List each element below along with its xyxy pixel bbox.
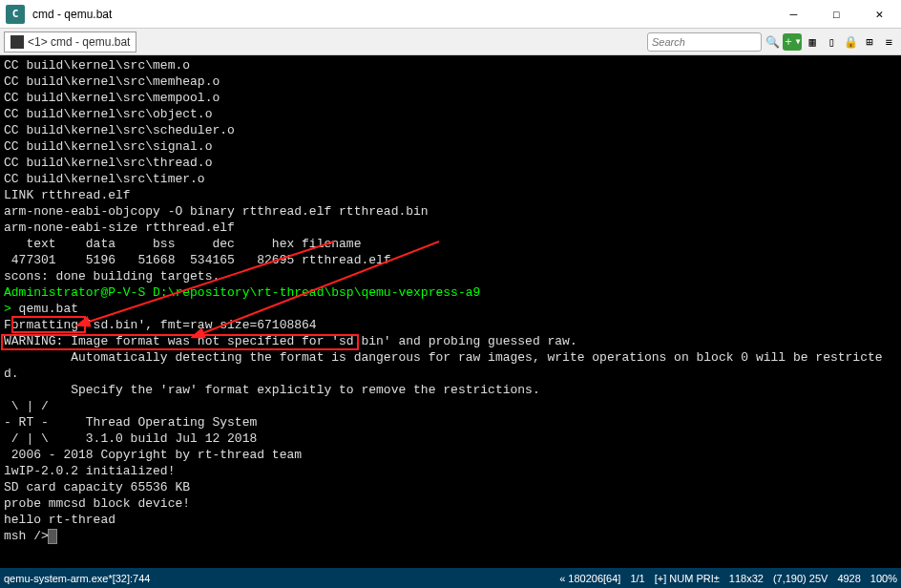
toolbar-right: 🔍 ＋▾ ▦ ▯ 🔒 ⊞ ≡ [647, 32, 897, 52]
status-item: 100% [870, 573, 897, 584]
output-line: probe mmcsd block device! [4, 495, 897, 512]
search-icon[interactable]: 🔍 [764, 33, 781, 51]
output-line: CC build\kernel\src\mem.o [4, 57, 897, 74]
tab-label: <1> cmd - qemu.bat [28, 35, 130, 49]
output-line: LINK rtthread.elf [4, 187, 897, 203]
tab-active[interactable]: <1> cmd - qemu.bat [4, 32, 136, 52]
maximize-button[interactable]: ☐ [815, 0, 858, 29]
output-line: Automatically detecting the format is da… [4, 349, 897, 366]
split-icon[interactable]: ▯ [823, 33, 840, 51]
status-right: « 180206[64]1/1[+] NUM PRI±118x32(7,190)… [559, 573, 897, 584]
output-line: text data bss dec hex filename [4, 236, 897, 252]
output-line: 477301 5196 51668 534165 82695 rtthread.… [4, 252, 897, 268]
status-item: (7,190) 25V [773, 573, 828, 584]
terminal-icon [10, 35, 24, 49]
status-process: qemu-system-arm.exe*[32]:744 [4, 573, 559, 584]
status-bar: qemu-system-arm.exe*[32]:744 « 180206[64… [0, 568, 901, 588]
close-button[interactable]: ✕ [858, 0, 901, 29]
cursor [49, 530, 56, 543]
command-line: > qemu.bat [4, 301, 897, 317]
window-title: cmd - qemu.bat [32, 8, 112, 21]
app-icon: C [6, 5, 25, 24]
output-line: Specify the 'raw' format explicitly to r… [4, 382, 897, 398]
output-line: lwIP-2.0.2 initialized! [4, 463, 897, 479]
terminal-output[interactable]: CC build\kernel\src\mem.oCC build\kernel… [0, 55, 901, 568]
add-button[interactable]: ＋▾ [783, 33, 802, 51]
output-line: CC build\kernel\src\timer.o [4, 171, 897, 187]
output-line: hello rt-thread [4, 512, 897, 528]
output-line: 2006 - 2018 Copyright by rt-thread team [4, 447, 897, 463]
output-line: arm-none-eabi-objcopy -O binary rtthread… [4, 203, 897, 220]
output-line: CC build\kernel\src\object.o [4, 106, 897, 122]
status-item: 1/1 [630, 573, 644, 584]
window-titlebar: C cmd - qemu.bat — ☐ ✕ [0, 0, 901, 29]
window-controls: — ☐ ✕ [772, 0, 901, 29]
status-item: « 180206[64] [559, 573, 620, 584]
minimize-button[interactable]: — [772, 0, 815, 29]
status-item: 118x32 [729, 573, 764, 584]
output-line: / | \ 3.1.0 build Jul 12 2018 [4, 430, 897, 447]
status-item: [+] NUM PRI± [655, 573, 720, 584]
window-list-icon[interactable]: ▦ [804, 33, 821, 51]
msh-prompt-line: msh /> [4, 528, 897, 544]
output-line: CC build\kernel\src\thread.o [4, 155, 897, 171]
output-line: CC build\kernel\src\scheduler.o [4, 122, 897, 138]
output-line: WARNING: Image format was not specified … [4, 333, 897, 349]
status-item: 4928 [837, 573, 860, 584]
grid-icon[interactable]: ⊞ [861, 33, 878, 51]
output-line: \ | / [4, 398, 897, 414]
output-line: Formatting 'sd.bin', fmt=raw size=671088… [4, 317, 897, 333]
output-line: - RT - Thread Operating System [4, 414, 897, 430]
output-line: arm-none-eabi-size rtthread.elf [4, 220, 897, 236]
prompt-line: Administrator@P-V-S D:\repository\rt-thr… [4, 284, 897, 301]
search-input[interactable] [647, 32, 762, 52]
output-line: CC build\kernel\src\signal.o [4, 138, 897, 155]
output-line: CC build\kernel\src\mempool.o [4, 90, 897, 106]
menu-icon[interactable]: ≡ [880, 33, 897, 51]
output-line: scons: done building targets. [4, 268, 897, 284]
output-line: CC build\kernel\src\memheap.o [4, 74, 897, 90]
output-line: SD card capacity 65536 KB [4, 479, 897, 495]
output-line: d. [4, 366, 897, 382]
toolbar: <1> cmd - qemu.bat 🔍 ＋▾ ▦ ▯ 🔒 ⊞ ≡ [0, 29, 901, 55]
lock-icon[interactable]: 🔒 [842, 33, 859, 51]
